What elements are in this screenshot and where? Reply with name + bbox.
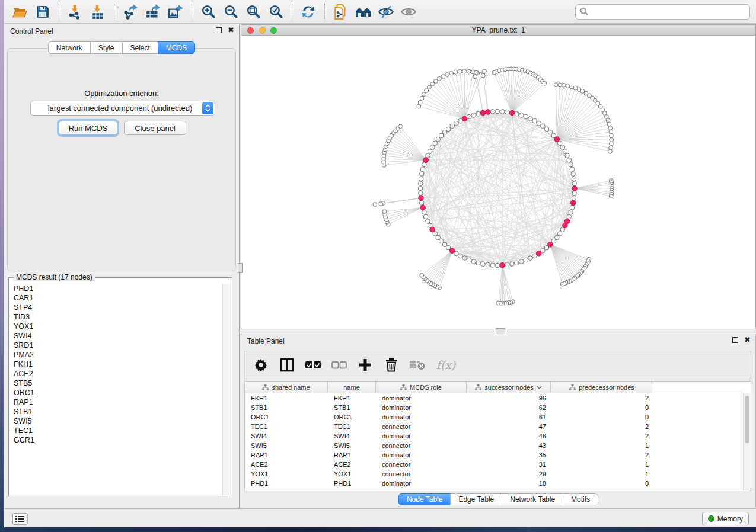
export-image-icon[interactable]: [164, 2, 187, 21]
tab-edge-table[interactable]: Edge Table: [450, 493, 502, 505]
open-file-icon[interactable]: [9, 2, 31, 21]
mcds-result-item[interactable]: ACE2: [9, 369, 222, 379]
table-row[interactable]: YOX1YOX1connector291: [245, 469, 743, 479]
mcds-result-item[interactable]: STP4: [9, 303, 222, 312]
mcds-result-item[interactable]: STB5: [9, 379, 222, 388]
mcds-result-item[interactable]: SWI5: [9, 416, 222, 426]
tab-node-table[interactable]: Node Table: [398, 493, 451, 505]
refresh-layout-icon[interactable]: [297, 2, 320, 21]
cell-shared-name: TEC1: [245, 422, 328, 431]
export-table-icon[interactable]: [142, 2, 164, 21]
column-namespace-icon: [262, 384, 269, 390]
delete-column-icon[interactable]: [384, 357, 399, 373]
column-header-name[interactable]: name: [328, 382, 376, 393]
memory-button[interactable]: Memory: [702, 512, 749, 525]
cell-name: ORC1: [328, 412, 376, 422]
tab-motifs[interactable]: Motifs: [563, 493, 598, 505]
show-columns-icon[interactable]: [279, 357, 295, 373]
cell-MCDS-role: dominator: [376, 450, 467, 460]
float-table-panel-icon[interactable]: [732, 337, 738, 343]
mcds-result-item[interactable]: PHD1: [9, 284, 222, 293]
table-row[interactable]: ACE2ACE2connector311: [245, 460, 743, 469]
zoom-fit-icon[interactable]: [242, 2, 264, 21]
mcds-result-list[interactable]: PHD1CAR1STP4TID3YOX1SWI4SRD1PMA2FKH1ACE2…: [9, 284, 222, 495]
mcds-result-item[interactable]: ORC1: [9, 388, 222, 398]
mcds-result-scrollbar[interactable]: [222, 284, 231, 495]
close-table-panel-icon[interactable]: ✖: [744, 337, 751, 343]
table-row[interactable]: TEC1TEC1connector472: [245, 422, 743, 431]
column-header-predecessor-nodes[interactable]: predecessor nodes: [551, 382, 653, 393]
save-session-icon[interactable]: [31, 2, 54, 21]
import-table-icon[interactable]: [87, 2, 109, 21]
close-panel-icon[interactable]: ✖: [228, 27, 234, 33]
memory-status-icon: [708, 515, 714, 522]
select-all-rows-icon[interactable]: [305, 357, 321, 373]
search-icon: [580, 7, 589, 16]
mcds-result-item[interactable]: STB1: [9, 407, 222, 416]
node-table-body: FKH1FKH1dominator962STB1STB1dominator620…: [245, 393, 743, 491]
column-header-shared-name[interactable]: shared name: [245, 382, 328, 393]
cell-shared-name: STB1: [245, 403, 328, 412]
cell-successor-nodes: 47: [467, 422, 551, 431]
mcds-result-item[interactable]: CAR1: [9, 293, 222, 303]
mcds-result-item[interactable]: TID3: [9, 312, 222, 322]
import-network-icon[interactable]: [64, 2, 87, 21]
horizontal-splitter[interactable]: [241, 329, 756, 334]
mcds-result-item[interactable]: PMA2: [9, 350, 222, 360]
table-scrollbar[interactable]: [743, 393, 751, 491]
add-column-icon[interactable]: [358, 357, 373, 373]
task-history-button[interactable]: [12, 513, 28, 525]
cytoscape-app-window: Control Panel ✖ NetworkStyleSelectMCDS O…: [4, 0, 756, 527]
run-mcds-button[interactable]: Run MCDS: [59, 121, 117, 135]
mcds-result-item[interactable]: RAP1: [9, 398, 222, 407]
status-bar: Memory: [4, 508, 756, 527]
mcds-result-item[interactable]: FKH1: [9, 360, 222, 369]
first-neighbors-icon[interactable]: [352, 2, 375, 21]
cell-MCDS-role: dominator: [376, 412, 467, 422]
column-label: predecessor nodes: [579, 384, 634, 391]
zoom-selected-icon[interactable]: [264, 2, 287, 21]
search-input[interactable]: [575, 4, 750, 20]
mcds-result-item[interactable]: TEC1: [9, 426, 222, 435]
mcds-result-item[interactable]: GCR1: [9, 435, 222, 445]
network-graph[interactable]: [241, 36, 755, 329]
zoom-in-icon[interactable]: [197, 2, 219, 21]
network-window-titlebar[interactable]: YPA_prune.txt_1: [241, 25, 755, 36]
mcds-result-item[interactable]: SWI4: [9, 331, 222, 341]
table-row[interactable]: SWI4SWI4dominator462: [245, 431, 743, 441]
tab-mcds[interactable]: MCDS: [158, 41, 195, 54]
table-panel: Table Panel ✖ f(x) shared namenameMCDS r…: [241, 334, 756, 508]
hide-selected-icon[interactable]: [375, 2, 397, 21]
table-options-gear-icon[interactable]: [253, 357, 269, 373]
mcds-result-item[interactable]: SRD1: [9, 341, 222, 350]
network-document-icon[interactable]: [330, 2, 352, 21]
table-row[interactable]: RAP1RAP1dominator352: [245, 450, 743, 460]
column-label: MCDS role: [410, 384, 442, 391]
optimization-criterion-select[interactable]: largest connected component (undirected): [30, 101, 215, 116]
tab-select[interactable]: Select: [122, 41, 158, 54]
export-network-icon[interactable]: [119, 2, 142, 21]
show-all-icon[interactable]: [397, 2, 420, 21]
column-header-MCDS-role[interactable]: MCDS role: [376, 382, 467, 393]
main-toolbar: [4, 0, 756, 24]
column-header-successor-nodes[interactable]: successor nodes: [467, 382, 551, 393]
mcds-result-item[interactable]: YOX1: [9, 322, 222, 331]
cell-MCDS-role: dominator: [376, 431, 467, 441]
table-row[interactable]: STB1STB1dominator620: [245, 403, 743, 412]
deselect-all-rows-icon[interactable]: [331, 357, 347, 373]
table-row[interactable]: SWI5SWI5connector431: [245, 441, 743, 450]
control-panel: Control Panel ✖ NetworkStyleSelectMCDS O…: [4, 24, 240, 508]
table-row[interactable]: ORC1ORC1dominator610: [245, 412, 743, 422]
tab-network-table[interactable]: Network Table: [502, 493, 563, 505]
network-canvas[interactable]: [241, 36, 755, 329]
float-panel-icon[interactable]: [216, 27, 222, 33]
table-scrollbar-thumb[interactable]: [745, 396, 749, 443]
tab-network[interactable]: Network: [48, 41, 91, 54]
table-row[interactable]: FKH1FKH1dominator962: [245, 393, 743, 403]
vertical-splitter-handle[interactable]: [238, 263, 243, 273]
table-row[interactable]: PHD1PHD1dominator180: [245, 479, 743, 488]
zoom-out-icon[interactable]: [219, 2, 242, 21]
cell-name: YOX1: [328, 469, 376, 479]
close-panel-button[interactable]: Close panel: [124, 121, 186, 135]
tab-style[interactable]: Style: [90, 41, 123, 54]
